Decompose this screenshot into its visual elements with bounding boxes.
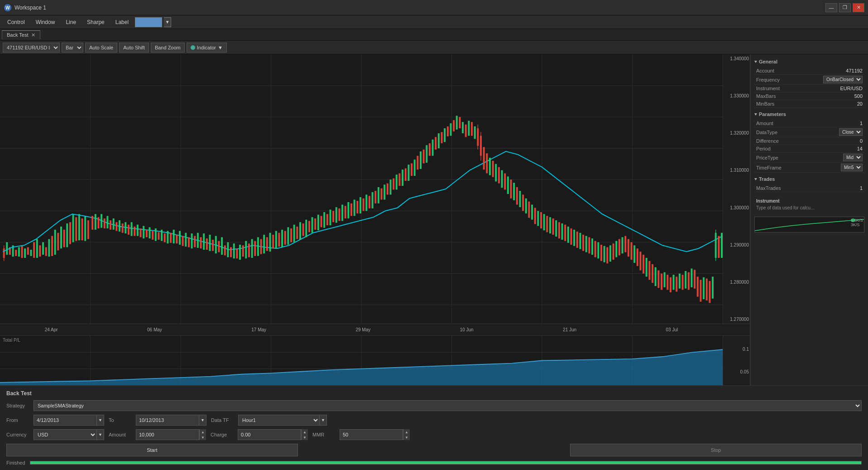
prop-pricetype-select[interactable]: Mid [843, 154, 863, 161]
from-input[interactable] [34, 415, 97, 426]
to-input[interactable] [136, 415, 199, 426]
svg-rect-65 [146, 230, 148, 237]
strategy-select[interactable]: SampleSMAStrategy [34, 400, 862, 411]
from-dropdown-btn[interactable]: ▼ [97, 415, 104, 426]
menu-line[interactable]: Line [61, 18, 81, 27]
svg-rect-64 [143, 226, 144, 239]
parameters-triangle-icon [754, 113, 757, 116]
trades-triangle-icon [754, 178, 757, 180]
svg-rect-219 [604, 246, 605, 262]
auto-shift-button[interactable]: Auto Shift [119, 43, 149, 53]
svg-rect-119 [308, 221, 310, 232]
general-triangle-icon [754, 61, 757, 63]
svg-rect-247 [688, 272, 690, 290]
amount-label: Amount [109, 432, 131, 437]
progress-bar-container [30, 461, 862, 465]
svg-rect-241 [670, 277, 671, 292]
charge-up-btn[interactable]: ▲ [302, 429, 308, 435]
general-section-header[interactable]: General [754, 59, 864, 64]
svg-rect-235 [652, 264, 653, 283]
svg-rect-246 [685, 271, 686, 289]
currency-select[interactable]: USD [34, 429, 97, 440]
svg-rect-203 [555, 220, 557, 237]
mini-chart-label-2: 3K/S [851, 223, 863, 227]
svg-rect-160 [432, 140, 434, 156]
svg-rect-61 [134, 227, 135, 236]
menu-label[interactable]: Label [111, 18, 133, 27]
band-zoom-button[interactable]: Band Zoom [151, 43, 185, 53]
menu-window[interactable]: Window [31, 18, 60, 27]
svg-rect-190 [516, 187, 518, 205]
svg-rect-231 [639, 252, 641, 270]
svg-rect-88 [215, 236, 217, 254]
backtest-tab[interactable]: Back Test ✕ [2, 30, 40, 39]
charge-input[interactable] [238, 429, 301, 440]
currency-dropdown-btn[interactable]: ▼ [97, 429, 104, 440]
charge-down-btn[interactable]: ▼ [302, 435, 308, 440]
auto-scale-button[interactable]: Auto Scale [85, 43, 117, 53]
menu-control[interactable]: Control [3, 18, 29, 27]
amount-up-btn[interactable]: ▲ [200, 429, 206, 435]
instrument-select[interactable]: 471192 EUR/USD I [3, 43, 60, 53]
svg-rect-86 [209, 235, 211, 251]
svg-rect-214 [588, 237, 590, 253]
mini-performance-chart: 1.5K/S 3K/S [754, 217, 864, 233]
prop-datatype: DataType Close [754, 127, 864, 137]
amount-input[interactable] [136, 429, 199, 440]
close-button[interactable]: ✕ [853, 3, 864, 12]
parameters-section-title: Parameters [759, 111, 786, 117]
trades-section-header[interactable]: Trades [754, 176, 864, 182]
amount-down-btn[interactable]: ▼ [200, 435, 206, 440]
svg-rect-225 [622, 237, 623, 253]
svg-rect-76 [179, 231, 181, 245]
window-title: Workspace 1 [14, 5, 825, 11]
mmr-up-btn[interactable]: ▲ [403, 429, 410, 435]
charge-spinbox: ▲ ▼ [301, 429, 308, 440]
svg-rect-28 [33, 242, 35, 258]
pl-price-2: 0.05 [724, 369, 749, 374]
color-picker-button[interactable] [135, 17, 162, 27]
mmr-spinbox: ▲ ▼ [403, 429, 410, 440]
tab-close-icon[interactable]: ✕ [31, 32, 35, 38]
menu-sharpe[interactable]: Sharpe [82, 18, 109, 27]
price-label-7: 1.280000 [724, 280, 749, 285]
parameters-section-header[interactable]: Parameters [754, 111, 864, 117]
svg-rect-103 [260, 239, 262, 254]
color-picker-dropdown[interactable]: ▼ [164, 17, 171, 27]
svg-rect-208 [571, 228, 572, 245]
svg-rect-147 [393, 179, 394, 190]
svg-rect-196 [534, 208, 536, 224]
svg-rect-60 [131, 222, 133, 236]
svg-rect-239 [664, 272, 666, 287]
candle-chart[interactable]: 1.340000 1.330000 1.320000 1.310000 1.30… [0, 54, 750, 324]
to-dropdown-btn[interactable]: ▼ [199, 415, 206, 426]
price-label-8: 1.270000 [724, 317, 749, 322]
svg-rect-48 [95, 214, 96, 230]
mmr-down-btn[interactable]: ▼ [403, 435, 410, 440]
instrument-note-title: Instrument [756, 199, 863, 204]
svg-rect-230 [637, 248, 638, 266]
svg-text:W: W [5, 5, 10, 10]
mmr-input[interactable] [340, 429, 403, 440]
start-button[interactable]: Start [6, 444, 298, 456]
svg-rect-73 [170, 233, 172, 243]
svg-rect-53 [110, 220, 111, 230]
svg-rect-134 [354, 199, 355, 216]
prop-timeframe-select[interactable]: Min5 [841, 164, 863, 171]
prop-datatype-select[interactable]: Close [839, 128, 863, 136]
indicator-button[interactable]: Indicator ▼ [187, 43, 227, 53]
prop-instrument-value: EUR/USD [840, 86, 863, 91]
svg-rect-40 [69, 222, 71, 244]
datatf-select[interactable]: Hour1 [238, 415, 320, 426]
minimize-button[interactable]: — [825, 3, 837, 12]
stop-button[interactable]: Stop [570, 444, 862, 456]
svg-rect-49 [97, 217, 99, 228]
svg-rect-158 [426, 145, 427, 163]
datatf-dropdown-btn[interactable]: ▼ [320, 415, 327, 426]
chart-type-select[interactable]: Bar [62, 43, 83, 53]
svg-rect-113 [290, 228, 292, 242]
restore-button[interactable]: ❐ [839, 3, 851, 12]
price-label-6: 1.290000 [724, 242, 749, 247]
prop-frequency-select[interactable]: OnBarClosed [823, 76, 863, 83]
prop-maxbars-label: MaxBars [756, 93, 776, 99]
